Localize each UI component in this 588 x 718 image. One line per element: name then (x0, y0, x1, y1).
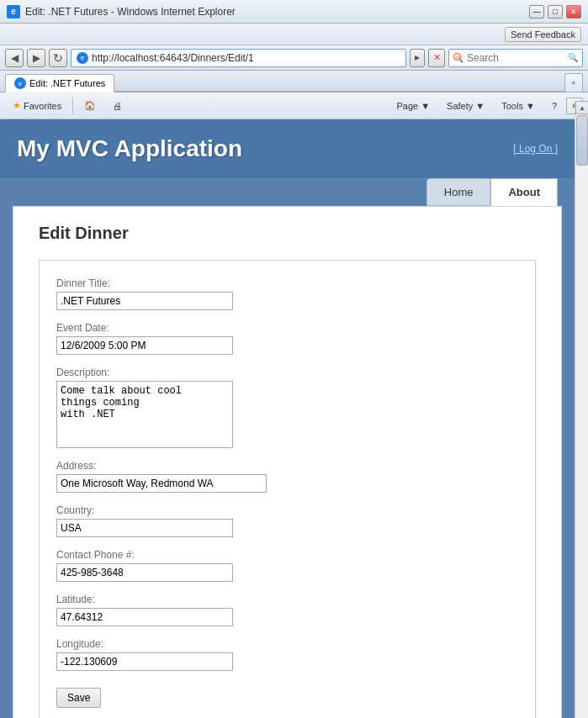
label-description: Description: (56, 367, 518, 378)
stop-button[interactable]: ✕ (428, 49, 445, 67)
label-contact-phone: Contact Phone #: (56, 549, 518, 561)
label-address: Address: (56, 460, 518, 472)
page-button[interactable]: Page ▼ (389, 95, 437, 117)
send-feedback-link[interactable]: Send Feedback (505, 27, 581, 42)
print-button[interactable]: 🖨 (105, 95, 130, 117)
form-group-address: Address: (56, 460, 518, 493)
input-event-date[interactable] (56, 336, 233, 355)
form-group-event-date: Event Date: (56, 322, 518, 355)
form-group-longitude: Longitude: (56, 638, 518, 671)
nav-tab-about[interactable]: About (490, 178, 558, 206)
app-title: My MVC Application (17, 135, 242, 162)
address-text: http://localhost:64643/Dinners/Edit/1 (92, 52, 254, 64)
close-button[interactable]: ✕ (566, 5, 581, 18)
help-button-label: ? (552, 101, 557, 111)
window-controls: — □ ✕ (529, 5, 581, 18)
edit-dinner-form: Dinner Title: Event Date: Description: C… (39, 260, 536, 718)
home-toolbar-button[interactable]: 🏠 (77, 95, 103, 117)
nav-bar: ◀ ▶ ↻ e http://localhost:64643/Dinners/E… (0, 45, 588, 71)
input-address[interactable] (56, 474, 267, 493)
address-bar[interactable]: e http://localhost:64643/Dinners/Edit/1 (71, 49, 406, 67)
maximize-button[interactable]: □ (548, 5, 563, 18)
address-ie-icon: e (77, 52, 88, 64)
title-bar-left: e Edit: .NET Futures - Windows Internet … (7, 5, 236, 18)
refresh-button[interactable]: ↻ (49, 49, 67, 67)
live-search-icon: Live (453, 52, 464, 64)
search-submit-icon[interactable]: 🔍 (568, 53, 578, 62)
input-longitude[interactable] (56, 652, 233, 671)
tab-icon: e (14, 77, 26, 89)
label-latitude: Latitude: (56, 594, 518, 605)
label-country: Country: (56, 504, 518, 516)
vertical-scrollbar[interactable]: ▲ ▼ (575, 101, 588, 718)
forward-button[interactable]: ▶ (27, 49, 45, 67)
scrollbar-thumb[interactable] (576, 115, 588, 166)
safety-button[interactable]: Safety ▼ (439, 95, 492, 117)
log-on-link[interactable]: [ Log On ] (513, 143, 558, 155)
log-on-area: [ Log On ] (513, 143, 558, 155)
tools-button-label: Tools ▼ (501, 101, 535, 111)
go-button[interactable]: ▶ (410, 49, 425, 67)
label-dinner-title: Dinner Title: (56, 277, 518, 289)
title-bar: e Edit: .NET Futures - Windows Internet … (0, 0, 588, 24)
save-button[interactable]: Save (56, 688, 101, 708)
nav-tab-home[interactable]: Home (426, 178, 491, 206)
minimize-button[interactable]: — (529, 5, 544, 18)
label-longitude: Longitude: (56, 638, 518, 650)
input-latitude[interactable] (56, 608, 233, 626)
safety-button-label: Safety ▼ (447, 101, 485, 111)
tab-bar-space (114, 73, 564, 92)
tabs-bar: e Edit: .NET Futures + (0, 71, 588, 92)
input-contact-phone[interactable] (56, 563, 233, 582)
app-nav-tabs: Home About (0, 178, 575, 206)
page-content-area: My MVC Application [ Log On ] Home About… (0, 119, 588, 718)
page-button-label: Page ▼ (396, 101, 430, 111)
help-button[interactable]: ? (544, 95, 564, 117)
svg-line-1 (460, 59, 464, 62)
page-heading: Edit Dinner (39, 224, 536, 243)
favorites-button[interactable]: ★ Favorites (5, 95, 69, 117)
form-group-latitude: Latitude: (56, 594, 518, 626)
star-icon: ★ (13, 100, 21, 111)
form-group-contact-phone: Contact Phone #: (56, 549, 518, 582)
ie-logo-icon: e (7, 5, 20, 18)
app-header: My MVC Application [ Log On ] (0, 119, 575, 178)
label-event-date: Event Date: (56, 322, 518, 334)
form-group-country: Country: (56, 504, 518, 537)
home-icon: 🏠 (84, 100, 96, 111)
scrollbar-up-button[interactable]: ▲ (575, 101, 588, 114)
textarea-description[interactable]: Come talk about cool things coming with … (56, 381, 233, 448)
new-tab-button[interactable]: + (564, 73, 583, 92)
search-bar[interactable]: Live 🔍 (448, 49, 583, 67)
print-icon: 🖨 (113, 101, 122, 111)
tab-label: Edit: .NET Futures (29, 78, 105, 88)
form-group-dinner-title: Dinner Title: (56, 277, 518, 310)
svg-text:Live: Live (453, 55, 462, 60)
input-dinner-title[interactable] (56, 292, 233, 310)
browser-window: e Edit: .NET Futures - Windows Internet … (0, 0, 588, 718)
back-button[interactable]: ◀ (5, 49, 24, 67)
search-input[interactable] (467, 52, 568, 64)
main-content-container: Edit Dinner Dinner Title: Event Date: De… (13, 206, 562, 718)
toolbar-separator-1 (72, 98, 73, 114)
window-title: Edit: .NET Futures - Windows Internet Ex… (25, 6, 236, 18)
tab-edit-net-futures[interactable]: e Edit: .NET Futures (5, 74, 114, 92)
tools-button[interactable]: Tools ▼ (494, 95, 543, 117)
ie-toolbar: ★ Favorites 🏠 🖨 Page ▼ Safety ▼ Tools ▼ … (0, 92, 588, 119)
form-actions: Save (56, 683, 518, 708)
form-group-description: Description: Come talk about cool things… (56, 367, 518, 448)
input-country[interactable] (56, 519, 233, 537)
